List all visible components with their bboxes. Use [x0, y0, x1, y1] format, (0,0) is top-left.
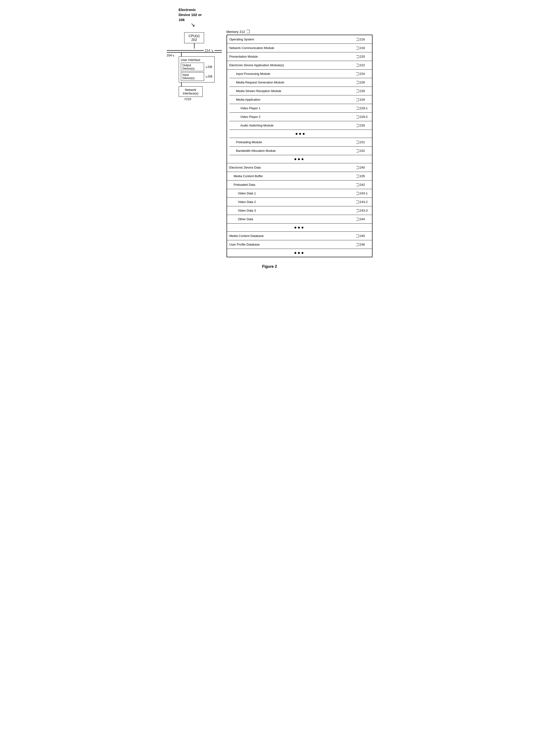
mem-cell-bam: Bandwidth Allocation Module: [229, 147, 355, 155]
ref-col-232: 232: [355, 147, 372, 155]
bracket-232: [356, 149, 359, 152]
v-line-1: [194, 43, 194, 48]
bracket-shape-label: [246, 30, 250, 33]
ref-col-216: 216: [355, 35, 372, 43]
mem-row-mcd: Media Content Database 245: [227, 232, 372, 240]
v-line-3: [181, 83, 182, 86]
mem-cell-ma: Media Application: [229, 96, 355, 104]
mem-cell-msrm: Media Stream Reception Module: [229, 87, 355, 95]
mem-cell-os: Operating System: [227, 35, 355, 43]
bracket-216: [356, 38, 359, 41]
bracket-105: [356, 175, 359, 178]
ref-col-228: 228: [355, 87, 372, 95]
ref-col-244: 244: [355, 215, 372, 223]
mem-row-vp2: Video Player 2 229-2: [229, 112, 372, 121]
ref-col-226: 226: [355, 78, 372, 87]
ref-col-230: 230: [355, 121, 372, 130]
mem-cell-od: Other Data: [227, 215, 355, 223]
right-column: Memory 212 Operating System 216: [227, 30, 372, 257]
bracket-229-2: [356, 115, 359, 118]
mem-row-pm: Presentation Module 220: [227, 52, 372, 61]
mem-cell-edam: Electronic Device Application Module(s): [227, 61, 355, 69]
mem-cell-vd2: Video Data 2: [227, 198, 355, 206]
bracket-230: [356, 124, 359, 127]
mem-row-msrm: Media Stream Reception Module 228: [229, 87, 372, 96]
memory-label-row: Memory 212: [227, 30, 372, 34]
mem-row-edam: Electronic Device Application Module(s) …: [227, 61, 372, 70]
bracket-224: [356, 72, 359, 75]
ref-col-105: 105: [355, 172, 372, 180]
memory-outer: Operating System 216 Network Communicati…: [227, 35, 372, 257]
ui-block: User Interface Output Device(s) ↘206: [179, 56, 215, 83]
diagram-row: CPU(s) 202 214 ↘ 204↘: [167, 30, 372, 257]
mem-cell-vp2: Video Player 2: [229, 112, 355, 121]
mem-cell-upd: User Profile Database: [227, 240, 355, 249]
ref-col-218: 218: [355, 44, 372, 52]
ref-col-220: 220: [355, 52, 372, 61]
mem-row-mcb: Media Content Buffer 105: [227, 172, 372, 180]
app-module-subgroup: Input Processing Module 224 Media Reques…: [227, 70, 372, 155]
bracket-229-1: [356, 107, 359, 110]
network-box: Network Interface(s): [179, 86, 203, 97]
ref-col-240: 240: [355, 163, 372, 172]
mem-cell-ipm: Input Processing Module: [229, 70, 355, 78]
ref-col-222: 222: [355, 61, 372, 69]
ref-col-242: 242: [355, 180, 372, 189]
dots-row-final: ●●●: [227, 249, 372, 257]
bracket-228: [356, 90, 359, 93]
mem-row-vp1: Video Player 1 229-1: [229, 104, 372, 112]
mem-row-ipm: Input Processing Module 224: [229, 70, 372, 78]
mem-cell-vd3: Video Data 3: [227, 206, 355, 215]
bracket-231: [356, 141, 359, 144]
output-row: Output Device(s) ↘206: [181, 63, 212, 71]
ref-col-231: 231: [355, 138, 372, 146]
input-box: Input Device(s): [181, 72, 204, 81]
ref-col-229-2: 229-2: [355, 112, 372, 121]
mem-cell-mcb: Media Content Buffer: [227, 172, 355, 180]
bracket-243-1: [356, 192, 359, 195]
mem-cell-preload: Preloading Module: [229, 138, 355, 146]
mem-row-upd: User Profile Database 246: [227, 240, 372, 249]
mem-row-pd: Preloaded Data 242: [227, 180, 372, 189]
ref-col-243-3: 243-3: [355, 206, 372, 215]
dots-row-3: ●●●: [227, 224, 372, 232]
ref-col-243-2: 243-2: [355, 198, 372, 206]
bracket-245: [356, 235, 359, 238]
h-line-right: [215, 50, 222, 51]
mem-cell-pd: Preloaded Data: [227, 180, 355, 189]
bracket-246: [356, 243, 359, 246]
mem-cell-pm: Presentation Module: [227, 52, 355, 61]
output-box: Output Device(s): [181, 63, 204, 71]
ref-col-229-1: 229-1: [355, 104, 372, 112]
ref-col-245: 245: [355, 232, 372, 240]
ref-208: ↘208: [205, 75, 212, 78]
bracket-243-3: [356, 209, 359, 212]
mem-row-bam: Bandwidth Allocation Module 232: [229, 147, 372, 155]
ref-204-label: 204↘: [167, 53, 179, 57]
device-label-area: Electronic Device 102 or 106 ↘: [167, 7, 372, 28]
mem-cell-mcd: Media Content Database: [227, 232, 355, 240]
bracket-218: [356, 47, 359, 49]
ref-col-246: 246: [355, 240, 372, 249]
figure-caption: Figure 2: [167, 264, 372, 269]
h-line-left: [167, 50, 204, 51]
ref-col-243-1: 243-1: [355, 189, 372, 197]
bracket-240: [356, 166, 359, 169]
bracket-226: [356, 81, 359, 84]
mem-row-vd2: Video Data 2 243-2: [227, 198, 372, 206]
device-label: Electronic Device 102 or 106: [179, 7, 372, 22]
mem-row-ma: Media Application 104: [229, 96, 372, 104]
mem-row-vd1: Video Data 1 243-1: [227, 189, 372, 198]
cpu-box: CPU(s) 202: [184, 32, 204, 43]
ref-col-224: 224: [355, 70, 372, 78]
mem-cell-ncm: Network Communication Module: [227, 44, 355, 52]
mem-row-ncm: Network Communication Module 218: [227, 44, 372, 52]
mem-cell-vp1: Video Player 1: [229, 104, 355, 112]
mem-row-asm: Audio Switching Module 230: [229, 121, 372, 130]
arrow-down-label: ↘: [191, 22, 372, 28]
bracket-220: [356, 55, 359, 58]
left-column: CPU(s) 202 214 ↘ 204↘: [167, 32, 222, 101]
mem-cell-asm: Audio Switching Module: [229, 121, 355, 130]
ui-network-col: User Interface Output Device(s) ↘206: [179, 53, 222, 101]
ref-214: 214 ↘: [205, 48, 213, 52]
